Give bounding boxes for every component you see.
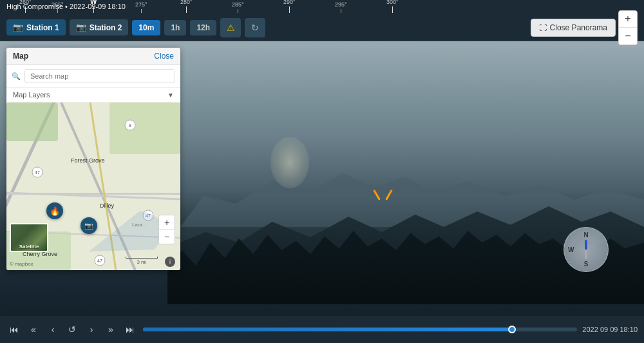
panorama-icon: ⛶ (539, 23, 547, 32)
page-title: High Compromise • 2022-09-09 18:10 (6, 3, 126, 10)
compass-north-label: N (583, 231, 588, 239)
fire-location-marker (374, 188, 393, 201)
go-to-end-button[interactable]: ⏭ (122, 322, 138, 337)
zoom-out-button[interactable]: − (619, 28, 637, 44)
satellite-label: Satellite (11, 244, 47, 250)
camera-icon-2: 📷 (76, 23, 86, 32)
scale-line (126, 257, 158, 259)
ruler-tick-275: 275° (135, 1, 147, 13)
toolbar-left-section: 📷 Station 1 📷 Station 2 10m 1h 12h ⚠ ↻ (6, 18, 527, 37)
compass-south-label: S (584, 260, 589, 268)
toolbar-right-section: ⛶ Close Panorama + − (531, 10, 638, 45)
step-back-icon: « (31, 324, 36, 335)
playback-controls: ⏮ « ‹ ↺ › » ⏭ (6, 322, 138, 337)
frame-back-icon: ‹ (52, 324, 55, 335)
frame-forward-button[interactable]: › (84, 322, 99, 337)
time-1h-button[interactable]: 1h (164, 20, 186, 35)
close-panorama-button[interactable]: ⛶ Close Panorama (531, 19, 616, 37)
go-to-start-button[interactable]: ⏮ (6, 322, 22, 337)
mapbox-attribution: © mapbox (10, 261, 33, 267)
go-to-start-icon: ⏮ (10, 324, 19, 335)
map-image-area[interactable]: 47 8 47 47 Forest Grove Dilley Cherry Gr… (6, 103, 180, 270)
timeline-progress-thumb[interactable] (508, 326, 516, 333)
map-close-button[interactable]: Close (154, 52, 174, 61)
scale-label: 3 mi (137, 259, 146, 265)
map-layers-label: Map Layers (13, 91, 50, 99)
map-fire-marker[interactable]: 🔥 (46, 202, 63, 219)
time-10m-button[interactable]: 10m (132, 20, 160, 35)
map-green-area-1 (6, 103, 58, 141)
map-zoom-controls: + − (158, 215, 175, 244)
map-search-input[interactable] (24, 69, 175, 83)
refresh-icon: ↻ (251, 23, 259, 33)
compass-needle (585, 240, 587, 259)
playback-timestamp: 2022 09 09 18:10 (582, 326, 638, 333)
step-forward-icon: » (108, 324, 113, 335)
map-layers-toggle[interactable]: Map Layers ▼ (6, 88, 180, 103)
go-to-end-icon: ⏭ (126, 324, 135, 335)
ruler-tick-300: 300° (386, 0, 399, 13)
ruler-tick-295: 295° (335, 1, 347, 13)
alert-icon: ⚠ (227, 23, 235, 33)
map-panel-header: Map Close (6, 48, 180, 65)
ruler-tick-285: 285° (232, 1, 244, 13)
map-green-area-2 (109, 103, 180, 154)
map-info-button[interactable]: i (165, 257, 175, 267)
refresh-button[interactable]: ↻ (245, 18, 265, 37)
satellite-thumbnail[interactable]: Satellite (10, 223, 48, 252)
replay-button[interactable]: ↺ (64, 322, 80, 337)
map-zoom-out-button[interactable]: − (159, 230, 175, 244)
panorama-compass: N S W (564, 227, 609, 272)
map-panel: Map Close 🔍 Map Layers ▼ 47 8 (6, 48, 180, 270)
alert-button[interactable]: ⚠ (220, 18, 241, 37)
timeline-progress-fill (143, 328, 512, 331)
main-toolbar: 📷 Station 1 📷 Station 2 10m 1h 12h ⚠ ↻ ⛶… (0, 14, 644, 41)
compass-west-label: W (568, 246, 574, 253)
step-back-button[interactable]: « (26, 322, 41, 337)
map-scale-bar: 3 mi (126, 257, 158, 265)
zoom-in-button[interactable]: + (619, 11, 637, 28)
station2-button[interactable]: 📷 Station 2 (70, 19, 129, 35)
station1-button[interactable]: 📷 Station 1 (6, 19, 66, 35)
frame-forward-icon: › (90, 324, 93, 335)
map-panel-title: Map (13, 52, 28, 61)
map-road-horizontal (6, 193, 180, 195)
map-camera-marker[interactable]: 📷 (80, 217, 97, 234)
search-icon: 🔍 (12, 72, 21, 81)
map-zoom-in-button[interactable]: + (159, 215, 175, 230)
step-forward-button[interactable]: » (103, 322, 118, 337)
camera-icon-1: 📷 (13, 23, 23, 32)
bottom-playback-bar: ⏮ « ‹ ↺ › » ⏭ 2022 09 09 18:10 (0, 316, 644, 343)
panorama-zoom-controls: + − (618, 10, 638, 45)
smoke-plume (270, 137, 309, 188)
frame-back-button[interactable]: ‹ (45, 322, 61, 337)
ruler-tick-290: 290° (283, 0, 296, 13)
ruler-tick-280: 280° (180, 0, 193, 13)
replay-icon: ↺ (68, 324, 76, 335)
map-search-bar: 🔍 (6, 65, 180, 88)
chevron-down-icon: ▼ (167, 92, 174, 99)
timeline-progress-bar[interactable] (143, 328, 577, 331)
time-12h-button[interactable]: 12h (190, 20, 216, 35)
